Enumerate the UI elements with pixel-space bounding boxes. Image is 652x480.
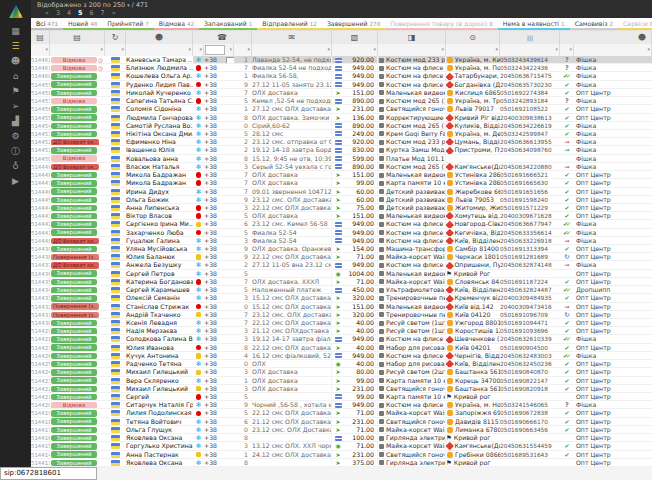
tab-8[interactable]: Нема в наявності 1 [498, 18, 570, 30]
manager-icon[interactable]: ☻ [560, 31, 652, 44]
customer-name[interactable]: Андрій Ткаченко [126, 311, 193, 318]
customer-phone[interactable]: +38 [204, 155, 234, 162]
comment-icon[interactable]: ✉ [252, 31, 332, 44]
filter-cell-1[interactable] [50, 44, 105, 56]
tab-5[interactable]: Відправлений 12 [257, 18, 322, 30]
settings-icon[interactable]: ⚙ [0, 129, 31, 144]
customer-name[interactable]: Іващенко Юлія [126, 146, 193, 153]
order-id-icon[interactable]: ▤ [31, 31, 50, 44]
customer-name[interactable]: Захарченко Люба [126, 229, 193, 236]
ttn-number[interactable]: 0503243439614 [500, 56, 560, 63]
customer-phone[interactable]: +38 [204, 122, 234, 129]
tab-10[interactable]: Сервіси 0 [618, 18, 652, 30]
page-7[interactable]: 7 [101, 9, 105, 17]
customer-name[interactable]: Анна Пастернак [126, 451, 193, 458]
ttn-number[interactable]: 20450635730230 [500, 81, 560, 88]
customer-name[interactable]: Михаил Гилецький [126, 385, 193, 392]
ttn-icon[interactable]: ∣∣∣ [500, 31, 560, 44]
tab-9[interactable]: Самовивіз 2 [570, 18, 618, 30]
customer-name[interactable]: Анжела Безушку [126, 261, 193, 268]
filter-cell-6[interactable] [234, 44, 252, 56]
customer-name[interactable]: Лилия Подолинская [126, 409, 193, 416]
filter-cell-9[interactable] [378, 44, 446, 56]
ttn-number[interactable] [500, 155, 560, 162]
customer-name[interactable]: Микола Бадражан [126, 179, 193, 186]
ttn-number[interactable]: 0501690840870 [500, 368, 560, 375]
video-icon[interactable]: ▶ [0, 174, 31, 189]
ttn-number[interactable]: 0501691093696 [500, 327, 560, 334]
customer-phone[interactable]: +38 [204, 261, 234, 268]
filter-cell-3[interactable] [126, 44, 193, 56]
page-5[interactable]: 5 [78, 9, 82, 17]
customer-phone[interactable]: +38 [204, 163, 234, 170]
customer-phone[interactable]: +38 [204, 352, 234, 359]
status-icon[interactable]: ▤ [50, 31, 105, 44]
customer-phone[interactable]: +38 [204, 253, 234, 260]
customer-name[interactable]: Михаил Гилецький [126, 368, 193, 375]
table-row[interactable]: 514457 Відмова Сапегина Татьяна С.. +38 … [31, 97, 652, 105]
customer-phone[interactable]: +38 [204, 188, 234, 195]
page-4[interactable]: 4 [67, 9, 71, 17]
customer-name[interactable]: Людмила Гончарова [126, 114, 193, 121]
ttn-number[interactable]: 0503241546065 [500, 401, 560, 408]
payment-icon[interactable]: ▧ [332, 31, 378, 44]
range-dropdown-caret[interactable]: ▾ [127, 2, 130, 8]
ttn-number[interactable]: 0501690820918 [500, 385, 560, 392]
table-row[interactable]: 514417 Завершений Ольга Глущук ✻ +38 0 2… [31, 426, 652, 434]
phone-icon[interactable]: ☎ [193, 31, 252, 44]
phone-filter-input[interactable] [205, 45, 225, 55]
customer-name[interactable]: Власюк Наталья [126, 163, 193, 170]
products-icon[interactable]: ⚑ [0, 84, 31, 99]
ttn-number[interactable]: 0503243422436 [500, 64, 560, 71]
ttn-number[interactable]: 20450636613955 [500, 138, 560, 145]
customer-phone[interactable]: +38 [204, 171, 234, 178]
customer-name[interactable]: Станіслав Стрижак [126, 303, 193, 310]
customer-phone[interactable]: +38 [204, 220, 234, 227]
table-row[interactable]: 514435 Завершений Катерина Богданова +38… [31, 278, 652, 286]
ttn-number[interactable]: 0501691313394 [500, 245, 560, 252]
table-row[interactable]: 514431 Повернення (з.. Андрій Ткаченко +… [31, 311, 652, 319]
ttn-number[interactable]: 20450632483003 [500, 352, 560, 359]
customer-name[interactable]: Кошелева Ольга Ар.. [126, 72, 193, 79]
customer-name[interactable]: Катерина Богданова [126, 278, 193, 285]
table-row[interactable]: 514420 Відмова Ситарчук Наталія Гр.. ✻ +… [31, 401, 652, 409]
ttn-number[interactable]: 0501689531643 [500, 451, 560, 458]
customer-name[interactable]: Соломія Сідоніна [126, 105, 193, 112]
ttn-number[interactable]: 0501691666521 [500, 171, 560, 178]
filter-cell-12[interactable] [560, 44, 574, 56]
table-row[interactable]: 514432 Повернення (з.. Станіслав Стрижак… [31, 303, 652, 311]
customer-phone[interactable]: +38 [204, 138, 234, 145]
table-row[interactable]: 514459 Завершений Руденко Лидия Пав.. +3… [31, 81, 652, 89]
customer-phone[interactable]: +38 [204, 344, 234, 351]
customer-phone[interactable]: +38 [204, 146, 234, 153]
customer-phone[interactable]: +38 [204, 278, 234, 285]
customer-phone[interactable]: +38 [204, 229, 234, 236]
customer-phone[interactable]: +38 [204, 385, 234, 392]
customer-phone[interactable]: +38 [204, 303, 234, 310]
customer-name[interactable]: Самотій Руслана Во.. [126, 122, 193, 129]
table-row[interactable]: 514444 Завершений Анна Липенська +38 3 2… [31, 204, 652, 212]
customer-name[interactable]: Тетяна Войтович [126, 418, 193, 425]
tab-1[interactable]: Новий 48 [63, 18, 102, 30]
tab-7[interactable]: Повернення товару (в дорозі) 0 [385, 18, 498, 30]
table-row[interactable]: 514421 Завершений Сергей +38 5 99.00 Кар… [31, 393, 652, 401]
info-icon[interactable]: ⓘ [0, 144, 31, 159]
product-icon[interactable]: ◨ [378, 31, 446, 44]
tab-0[interactable]: Всі 471 [31, 18, 63, 30]
customer-phone[interactable]: +38 [204, 237, 234, 244]
customer-phone[interactable]: +38 [204, 204, 234, 211]
customer-phone[interactable]: +38 [204, 434, 234, 441]
customer-name[interactable]: Микола Бадражан [126, 171, 193, 178]
table-row[interactable]: 514445 Завершений Ольга Божик ✻ +38 9 23… [31, 196, 652, 204]
customer-phone[interactable]: +38 [204, 327, 234, 334]
customer-name[interactable]: Сапегина Татьяна С.. [126, 97, 193, 104]
ttn-number[interactable]: 20400309473416 [500, 303, 560, 310]
ttn-number[interactable]: 0503242599847 [500, 130, 560, 137]
customer-name[interactable]: Олексій Семанін [126, 294, 193, 301]
orders-icon[interactable]: ☰ [0, 39, 31, 54]
ttn-number[interactable]: 0501691094471 [500, 319, 560, 326]
ttn-number[interactable]: 0501691571229 [500, 204, 560, 211]
ttn-number[interactable]: 0501691281689 [500, 253, 560, 260]
ttn-number[interactable]: 20450634220880 [500, 163, 560, 170]
dashboard-icon[interactable]: ▦ [0, 24, 31, 39]
